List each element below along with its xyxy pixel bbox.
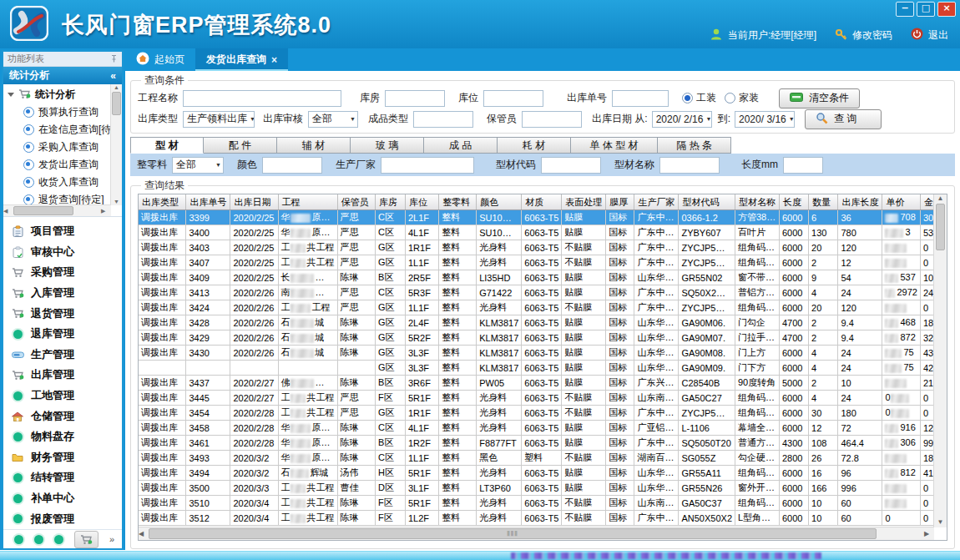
sidebar-item-dot[interactable]: 物料盘存 [3,426,122,447]
tree-item[interactable]: 发货出库查询 [3,156,111,174]
table-row[interactable]: 调拨出库34002020/2/25华原…严思C区4L1F整料SU10…6063-… [139,225,947,240]
column-header[interactable]: 出库长度 [838,194,882,210]
table-row[interactable]: 调拨出库35102020/3/4工共工程陈琳F区5R1F整料光身料6063-T5… [139,496,947,511]
column-header[interactable]: 出库类型 [139,194,186,210]
column-header[interactable]: 库位 [405,194,438,210]
tree-item[interactable]: 退货查询[待定] [3,191,111,205]
minimize-button[interactable]: − [896,2,914,17]
material-tab[interactable]: 玻 璃 [351,137,424,154]
clear-conditions-button[interactable]: 清空条件 [779,88,860,108]
close-button[interactable]: × [937,2,956,17]
column-header[interactable]: 工程 [278,194,337,210]
material-tab[interactable]: 配 件 [204,137,277,154]
table-row[interactable]: 调拨出库34092020/2/25长…陈琳B区2R5F整料LI35HD6063-… [139,270,947,285]
sidebar-item-prod[interactable]: 生产管理 [3,345,122,366]
sidebar-item-cart-green[interactable]: 入库管理 [3,283,122,304]
warehouse-input[interactable] [385,90,445,107]
sidebar-item-folder[interactable]: 财务管理 [3,447,122,468]
material-tab[interactable]: 耗 材 [498,137,571,154]
column-header[interactable]: 颜色 [477,194,522,210]
cart-button[interactable] [74,531,99,548]
order-no-input[interactable] [612,90,669,107]
column-header[interactable]: 长度 [780,194,809,210]
tree-horizontal-scrollbar[interactable]: ◀▶ [3,204,111,216]
dot-button-3[interactable] [54,535,63,544]
column-header[interactable]: 出库日期 [230,194,278,210]
tab-home[interactable]: 起始页 [125,48,195,71]
table-row[interactable]: 调拨出库34372020/2/27佛…陈琳B区3R6F整料PW056063-T5… [139,376,947,391]
sidebar-item-clipboard2[interactable]: 审核中心 [3,242,122,263]
logout-link[interactable]: 退出 [928,28,948,43]
change-password-link[interactable]: 修改密码 [852,28,892,43]
length-input[interactable] [783,157,823,174]
table-row[interactable]: 调拨出库34542020/2/28工共工程严思G区1R1F整料光身料6063-T… [139,406,947,421]
tree-item[interactable]: 收货入库查询 [3,174,111,191]
product-type-input[interactable] [413,111,473,128]
column-header[interactable]: 单价 [882,194,920,210]
material-tab[interactable]: 隔 热 条 [658,137,731,154]
expander-icon[interactable] [8,93,14,97]
code-input[interactable] [541,157,601,174]
table-horizontal-scrollbar[interactable]: ◀⦀⦀⦀▶ [139,527,934,540]
table-row[interactable]: 调拨出库34932020/3/2华原…陈琳C区1L1F整料黑色塑料不贴膜国标湖南… [139,451,947,466]
sidebar-item-dot[interactable]: 退库管理 [3,324,122,345]
home-radio[interactable] [725,93,735,103]
sidebar-item-clipboard[interactable]: 项目管理 [3,221,122,242]
dot-button-1[interactable] [14,535,23,544]
table-row[interactable]: 调拨出库34072020/2/25工共工程严思G区1L1F整料光身料6063-T… [139,255,947,270]
sidebar-item-dot[interactable]: 补单中心 [3,488,122,509]
column-header[interactable]: 出库单号 [186,194,230,210]
location-input[interactable] [483,90,543,107]
column-header[interactable]: 膜厚 [606,194,634,210]
close-icon[interactable]: × [271,54,277,66]
table-row[interactable]: 调拨出库34582020/2/28华原…陈琳C区4L1F整料光身料6063-T5… [139,421,947,436]
material-tab[interactable]: 型 材 [130,137,204,154]
tree-item[interactable]: 预算执行查询 [3,103,111,121]
table-row[interactable]: 调拨出库35122020/3/4工共工程陈琳F区1L2F整料光身料6063-T5… [139,511,947,526]
tree-item[interactable]: 在途信息查询[待 [3,121,111,139]
table-row[interactable]: 调拨出库34942020/3/2石辉城汤伟H区5R1F整料光身料6063-T5贴… [139,466,947,481]
collapse-icon[interactable]: « [110,70,116,82]
column-header[interactable]: 材质 [522,194,562,210]
search-button[interactable]: 查 询 [805,109,882,129]
date-from-select[interactable]: 2020/ 2/16▼ [652,111,712,128]
sidebar-item-cart-green[interactable]: 退货管理 [3,303,122,324]
column-header[interactable]: 保管员 [337,194,375,210]
tree-root[interactable]: 统计分析 [3,86,111,103]
more-icon[interactable]: » [109,534,114,544]
piece-select[interactable]: 全部▼ [172,157,224,174]
power-icon[interactable] [911,28,923,43]
column-header[interactable]: 整零料 [439,194,477,210]
sidebar-item-dot[interactable]: 报废管理 [3,508,122,529]
table-row[interactable]: G区3L3F整料KLM38176063-T5贴膜国标山东华…GA90M09.门下… [139,361,947,376]
table-row[interactable]: 调拨出库34612020/2/28华原…陈琳B区1R2F整料F8877FT606… [139,436,947,451]
sidebar-item-cart-green[interactable]: 出库管理 [3,365,122,386]
dot-button-2[interactable] [34,535,43,544]
date-to-select[interactable]: 2020/ 3/16▼ [735,111,795,128]
sidebar-item-dot[interactable]: 工地管理 [3,386,122,406]
column-header[interactable]: 库房 [376,194,406,210]
tree-vertical-scrollbar[interactable]: ▲▼ [110,84,122,205]
column-header[interactable]: 数量 [809,194,838,210]
color-input[interactable] [262,157,322,174]
pin-icon[interactable] [110,54,118,64]
table-row[interactable]: 调拨出库34282020/2/26石城陈琳G区2L4F整料KLM38176063… [139,315,947,330]
sidebar-item-cart[interactable]: 采购管理 [3,262,122,283]
sidebar-item-dot[interactable]: 结转管理 [3,467,122,488]
column-header[interactable]: 生产厂家 [634,194,679,210]
material-tab[interactable]: 辅 材 [277,137,351,154]
name-input[interactable] [659,157,720,174]
table-row[interactable]: 调拨出库34302020/2/26石城陈琳G区3L3F整料KLM38176063… [139,346,947,361]
maximize-button[interactable]: □ [917,2,935,17]
column-header[interactable]: 表面处理 [562,194,606,210]
audit-select[interactable]: 全部▼ [308,111,358,128]
table-row[interactable]: 调拨出库35002020/3/3工共工程曹佳D区3L1F整料LT3P606063… [139,481,947,496]
column-header[interactable]: 型材名称 [735,194,780,210]
material-tab[interactable]: 单 体 型 材 [571,137,658,154]
project-name-input[interactable] [183,90,341,107]
out-type-select[interactable]: 生产领料出库▼ [183,111,255,128]
table-row[interactable]: 调拨出库34292020/2/26石城陈琳G区5R2F整料KLM38176063… [139,330,947,346]
keeper-input[interactable] [522,111,582,128]
sidebar-item-house[interactable]: 仓储管理 [3,406,122,426]
maker-input[interactable] [381,157,474,174]
